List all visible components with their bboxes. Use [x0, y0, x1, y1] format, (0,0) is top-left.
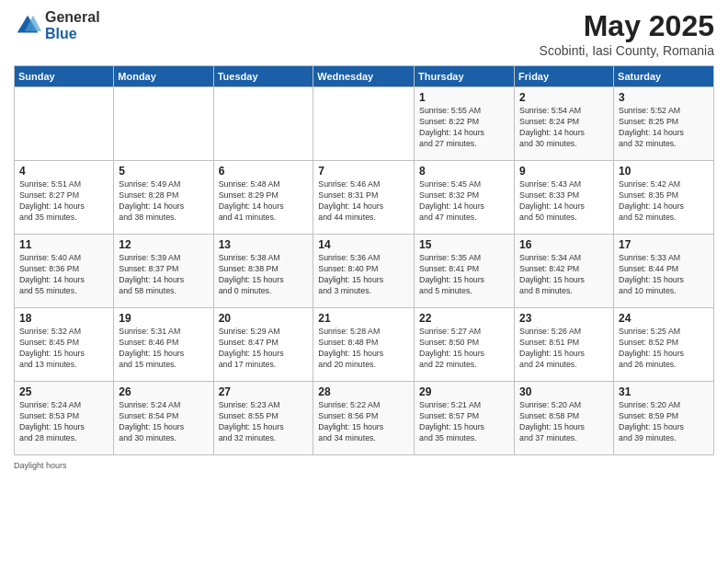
day-number: 27: [219, 385, 309, 398]
day-info: Sunrise: 5:38 AM Sunset: 8:38 PM Dayligh…: [219, 253, 309, 297]
calendar-cell: [213, 87, 313, 161]
day-number: 18: [19, 312, 108, 325]
day-number: 1: [419, 91, 509, 104]
day-info: Sunrise: 5:55 AM Sunset: 8:22 PM Dayligh…: [419, 106, 509, 150]
day-number: 22: [419, 312, 509, 325]
logo: General Blue: [14, 9, 100, 41]
calendar-cell: 4Sunrise: 5:51 AM Sunset: 8:27 PM Daylig…: [15, 161, 114, 235]
calendar-cell: 20Sunrise: 5:29 AM Sunset: 8:47 PM Dayli…: [213, 308, 313, 382]
day-number: 6: [219, 165, 309, 178]
day-info: Sunrise: 5:46 AM Sunset: 8:31 PM Dayligh…: [318, 179, 409, 224]
day-info: Sunrise: 5:36 AM Sunset: 8:40 PM Dayligh…: [318, 253, 409, 297]
calendar-cell: 29Sunrise: 5:21 AM Sunset: 8:57 PM Dayli…: [415, 382, 515, 455]
day-info: Sunrise: 5:43 AM Sunset: 8:33 PM Dayligh…: [519, 179, 609, 224]
calendar-cell: [114, 87, 213, 161]
calendar-cell: 5Sunrise: 5:49 AM Sunset: 8:28 PM Daylig…: [114, 161, 213, 235]
weekday-header: Monday: [114, 66, 213, 87]
day-info: Sunrise: 5:27 AM Sunset: 8:50 PM Dayligh…: [419, 327, 509, 371]
weekday-header: Wednesday: [313, 66, 415, 87]
header: General Blue May 2025 Scobinti, Iasi Cou…: [14, 9, 714, 58]
calendar-table: SundayMondayTuesdayWednesdayThursdayFrid…: [14, 65, 714, 455]
day-info: Sunrise: 5:49 AM Sunset: 8:28 PM Dayligh…: [119, 179, 208, 224]
calendar-cell: 28Sunrise: 5:22 AM Sunset: 8:56 PM Dayli…: [313, 382, 415, 455]
day-number: 9: [519, 165, 609, 178]
day-info: Sunrise: 5:45 AM Sunset: 8:32 PM Dayligh…: [419, 179, 509, 224]
calendar-cell: 14Sunrise: 5:36 AM Sunset: 8:40 PM Dayli…: [313, 235, 415, 308]
day-number: 15: [419, 238, 509, 251]
day-number: 14: [318, 238, 409, 251]
day-info: Sunrise: 5:54 AM Sunset: 8:24 PM Dayligh…: [519, 106, 609, 150]
logo-blue-text: Blue: [45, 26, 100, 42]
day-number: 3: [619, 91, 709, 104]
day-info: Sunrise: 5:20 AM Sunset: 8:58 PM Dayligh…: [519, 400, 609, 444]
calendar-cell: 11Sunrise: 5:40 AM Sunset: 8:36 PM Dayli…: [15, 235, 114, 308]
day-info: Sunrise: 5:24 AM Sunset: 8:53 PM Dayligh…: [19, 400, 108, 444]
day-number: 8: [419, 165, 509, 178]
weekday-header: Sunday: [15, 66, 114, 87]
calendar-cell: 21Sunrise: 5:28 AM Sunset: 8:48 PM Dayli…: [313, 308, 415, 382]
day-number: 5: [119, 165, 208, 178]
day-info: Sunrise: 5:48 AM Sunset: 8:29 PM Dayligh…: [219, 179, 309, 224]
day-info: Sunrise: 5:34 AM Sunset: 8:42 PM Dayligh…: [519, 253, 609, 297]
day-info: Sunrise: 5:22 AM Sunset: 8:56 PM Dayligh…: [318, 400, 409, 444]
header-row: SundayMondayTuesdayWednesdayThursdayFrid…: [15, 66, 714, 87]
calendar-cell: [15, 87, 114, 161]
calendar-cell: 22Sunrise: 5:27 AM Sunset: 8:50 PM Dayli…: [415, 308, 515, 382]
calendar-cell: 25Sunrise: 5:24 AM Sunset: 8:53 PM Dayli…: [15, 382, 114, 455]
calendar-cell: 13Sunrise: 5:38 AM Sunset: 8:38 PM Dayli…: [213, 235, 313, 308]
calendar-cell: 18Sunrise: 5:32 AM Sunset: 8:45 PM Dayli…: [15, 308, 114, 382]
day-info: Sunrise: 5:26 AM Sunset: 8:51 PM Dayligh…: [519, 327, 609, 371]
weekday-header: Saturday: [614, 66, 714, 87]
calendar-subtitle: Scobinti, Iasi County, Romania: [540, 43, 714, 58]
day-number: 31: [619, 385, 709, 398]
day-info: Sunrise: 5:24 AM Sunset: 8:54 PM Dayligh…: [119, 400, 208, 444]
calendar-cell: 27Sunrise: 5:23 AM Sunset: 8:55 PM Dayli…: [213, 382, 313, 455]
calendar-cell: 17Sunrise: 5:33 AM Sunset: 8:44 PM Dayli…: [614, 235, 714, 308]
title-block: May 2025 Scobinti, Iasi County, Romania: [540, 9, 714, 58]
calendar-cell: 15Sunrise: 5:35 AM Sunset: 8:41 PM Dayli…: [415, 235, 515, 308]
logo-icon: [14, 12, 41, 40]
calendar-cell: 24Sunrise: 5:25 AM Sunset: 8:52 PM Dayli…: [614, 308, 714, 382]
day-number: 21: [318, 312, 409, 325]
day-info: Sunrise: 5:39 AM Sunset: 8:37 PM Dayligh…: [119, 253, 208, 297]
calendar-cell: 10Sunrise: 5:42 AM Sunset: 8:35 PM Dayli…: [614, 161, 714, 235]
day-info: Sunrise: 5:29 AM Sunset: 8:47 PM Dayligh…: [219, 327, 309, 371]
calendar-cell: 30Sunrise: 5:20 AM Sunset: 8:58 PM Dayli…: [515, 382, 614, 455]
day-number: 17: [619, 238, 709, 251]
day-info: Sunrise: 5:25 AM Sunset: 8:52 PM Dayligh…: [619, 327, 709, 371]
day-info: Sunrise: 5:23 AM Sunset: 8:55 PM Dayligh…: [219, 400, 309, 444]
day-info: Sunrise: 5:51 AM Sunset: 8:27 PM Dayligh…: [19, 179, 108, 224]
day-number: 19: [119, 312, 208, 325]
calendar-week-row: 11Sunrise: 5:40 AM Sunset: 8:36 PM Dayli…: [15, 235, 714, 308]
day-number: 30: [519, 385, 609, 398]
calendar-cell: 2Sunrise: 5:54 AM Sunset: 8:24 PM Daylig…: [515, 87, 614, 161]
day-info: Sunrise: 5:40 AM Sunset: 8:36 PM Dayligh…: [19, 253, 108, 297]
day-number: 23: [519, 312, 609, 325]
day-info: Sunrise: 5:31 AM Sunset: 8:46 PM Dayligh…: [119, 327, 208, 371]
day-info: Sunrise: 5:42 AM Sunset: 8:35 PM Dayligh…: [619, 179, 709, 224]
day-number: 2: [519, 91, 609, 104]
calendar-cell: 1Sunrise: 5:55 AM Sunset: 8:22 PM Daylig…: [415, 87, 515, 161]
page: General Blue May 2025 Scobinti, Iasi Cou…: [0, 0, 728, 563]
day-number: 29: [419, 385, 509, 398]
logo-general-text: General: [45, 9, 100, 26]
calendar-cell: 3Sunrise: 5:52 AM Sunset: 8:25 PM Daylig…: [614, 87, 714, 161]
day-info: Sunrise: 5:32 AM Sunset: 8:45 PM Dayligh…: [19, 327, 108, 371]
day-number: 28: [318, 385, 409, 398]
calendar-cell: 7Sunrise: 5:46 AM Sunset: 8:31 PM Daylig…: [313, 161, 415, 235]
calendar-cell: 16Sunrise: 5:34 AM Sunset: 8:42 PM Dayli…: [515, 235, 614, 308]
calendar-cell: 8Sunrise: 5:45 AM Sunset: 8:32 PM Daylig…: [415, 161, 515, 235]
footer: Daylight hours: [14, 461, 714, 470]
day-info: Sunrise: 5:21 AM Sunset: 8:57 PM Dayligh…: [419, 400, 509, 444]
day-number: 16: [519, 238, 609, 251]
day-info: Sunrise: 5:28 AM Sunset: 8:48 PM Dayligh…: [318, 327, 409, 371]
calendar-week-row: 18Sunrise: 5:32 AM Sunset: 8:45 PM Dayli…: [15, 308, 714, 382]
day-number: 24: [619, 312, 709, 325]
day-info: Sunrise: 5:20 AM Sunset: 8:59 PM Dayligh…: [619, 400, 709, 444]
day-number: 4: [19, 165, 108, 178]
logo-text: General Blue: [45, 9, 100, 41]
calendar-cell: 6Sunrise: 5:48 AM Sunset: 8:29 PM Daylig…: [213, 161, 313, 235]
calendar-cell: 12Sunrise: 5:39 AM Sunset: 8:37 PM Dayli…: [114, 235, 213, 308]
calendar-week-row: 25Sunrise: 5:24 AM Sunset: 8:53 PM Dayli…: [15, 382, 714, 455]
weekday-header: Thursday: [415, 66, 515, 87]
